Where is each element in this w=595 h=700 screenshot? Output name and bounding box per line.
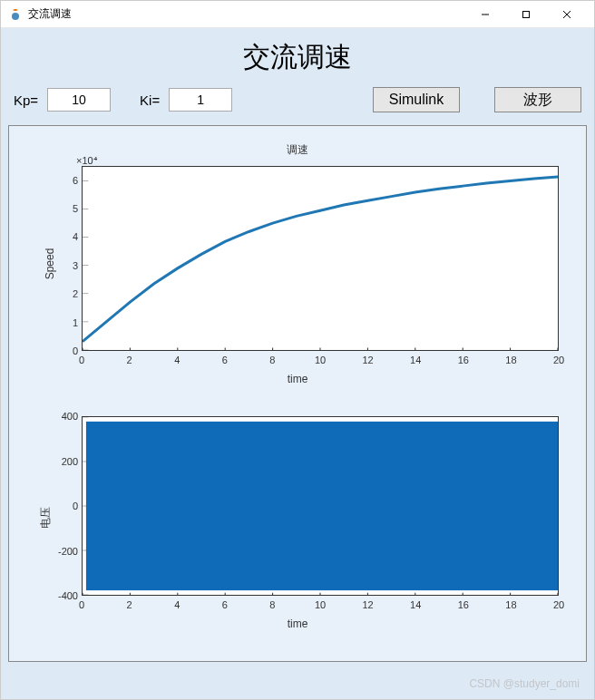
svg-rect-39 (86, 422, 558, 590)
maximize-button[interactable] (505, 1, 546, 28)
minimize-button[interactable] (464, 1, 505, 28)
simulink-button[interactable]: Simulink (373, 87, 460, 112)
chart-voltage-ylabel: 电压 (38, 507, 54, 529)
chart-speed-xlabel: time (27, 373, 568, 385)
main-panel: 交流调速 Kp= Ki= Simulink 波形 调速 ×10⁴ Speed 0… (1, 28, 594, 699)
page-title: 交流调速 (8, 39, 587, 76)
controls-row: Kp= Ki= Simulink 波形 (8, 87, 587, 125)
window-title: 交流调速 (28, 6, 464, 22)
plot-panel: 调速 ×10⁴ Speed 0123456 02468101214161820 … (8, 125, 587, 662)
kp-input[interactable] (47, 88, 111, 112)
java-icon (8, 7, 23, 22)
ki-input[interactable] (169, 88, 232, 112)
svg-point-0 (12, 13, 19, 20)
chart-speed-axes (82, 166, 559, 351)
chart-speed: 调速 ×10⁴ Speed 0123456 02468101214161820 … (27, 146, 568, 382)
chart-speed-ylabel: Speed (44, 248, 56, 280)
close-button[interactable] (546, 1, 587, 28)
chart-voltage: 电压 -400-2000200400 02468101214161820 tim… (27, 409, 568, 627)
waveform-button[interactable]: 波形 (494, 87, 581, 112)
ki-label: Ki= (140, 92, 160, 108)
svg-rect-2 (522, 11, 529, 17)
chart-speed-title: 调速 (27, 142, 568, 158)
chart-voltage-xlabel: time (27, 617, 568, 630)
titlebar: 交流调速 (1, 1, 594, 28)
kp-label: Kp= (14, 92, 38, 108)
chart-voltage-axes (82, 416, 559, 596)
